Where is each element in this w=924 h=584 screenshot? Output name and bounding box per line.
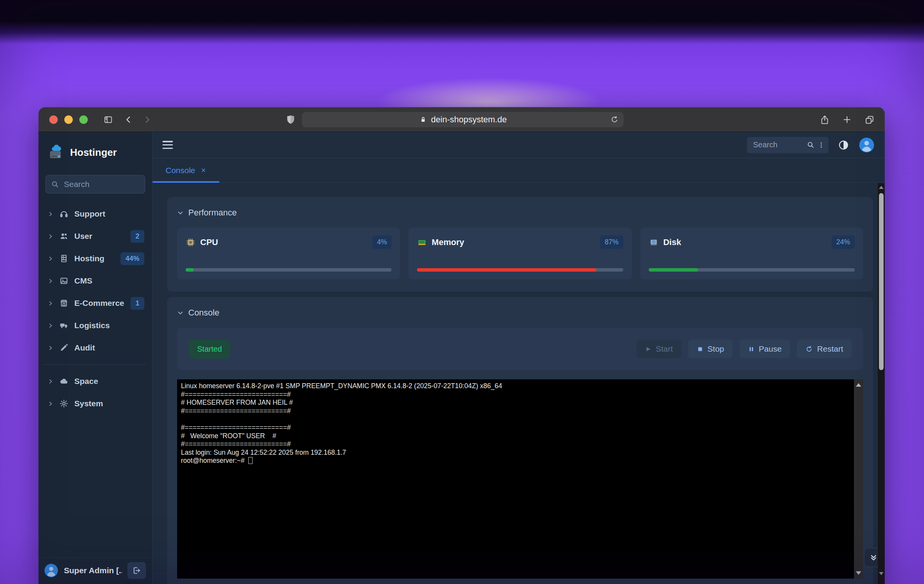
scroll-down-arrow-icon[interactable] (879, 572, 884, 575)
sidebar-item-logistics[interactable]: Logistics (38, 314, 152, 337)
memory-progress-fill (417, 268, 596, 272)
memory-ram-icon (417, 237, 427, 247)
disk-card: Disk 24% (640, 228, 863, 279)
sidebar-item-label: Logistics (74, 321, 144, 330)
chevron-right-icon (48, 345, 54, 351)
chevron-right-icon (48, 401, 54, 407)
sidebar-item-cms[interactable]: CMS (38, 270, 152, 292)
pause-button[interactable]: Pause (740, 340, 790, 358)
ecommerce-count-badge: 1 (131, 297, 144, 310)
refresh-icon[interactable] (610, 115, 619, 124)
sidebar-item-hosting[interactable]: Hosting 44% (38, 247, 152, 270)
browser-chrome: dein-shopsystem.de (38, 107, 885, 132)
stop-button[interactable]: Stop (688, 340, 733, 358)
new-tab-icon[interactable] (842, 115, 852, 125)
sidebar-item-support[interactable]: Support (38, 203, 152, 225)
page-scrollbar[interactable] (878, 183, 885, 584)
avatar[interactable] (859, 137, 875, 153)
sidebar-item-space[interactable]: Space (38, 370, 152, 392)
cloud-icon (59, 377, 69, 386)
tab-overview-icon[interactable] (864, 115, 875, 125)
close-window-button[interactable] (49, 115, 58, 124)
performance-panel: Performance CPU 4% (167, 197, 873, 292)
header-search-input[interactable] (752, 140, 803, 150)
pause-button-label: Pause (759, 344, 782, 354)
sidebar-item-label: Space (74, 377, 144, 386)
tab-console[interactable]: Console (152, 158, 219, 182)
sidebar-item-label: E-Commerce (74, 299, 125, 308)
lock-icon (419, 115, 427, 124)
disk-progress-fill (649, 268, 698, 272)
chevron-down-icon (177, 310, 184, 316)
terminal-line (181, 415, 850, 424)
terminal[interactable]: Linux homeserver 6.14.8-2-pve #1 SMP PRE… (177, 379, 863, 579)
terminal-line: Linux homeserver 6.14.8-2-pve #1 SMP PRE… (181, 382, 850, 390)
forward-icon[interactable] (142, 115, 152, 124)
sidebar-toggle-icon[interactable] (103, 115, 113, 125)
search-icon[interactable] (807, 141, 815, 149)
performance-header[interactable]: Performance (177, 197, 863, 218)
close-icon[interactable] (201, 167, 206, 173)
zoom-window-button[interactable] (79, 115, 88, 124)
console-toolbar: Started Start Stop (177, 328, 863, 370)
terminal-scrollbar[interactable] (854, 379, 863, 579)
console-title: Console (188, 308, 219, 318)
tab-bar: Console (152, 158, 885, 183)
sidebar-item-ecommerce[interactable]: E-Commerce 1 (38, 292, 152, 314)
disk-label: Disk (663, 237, 827, 247)
terminal-line: # Welcome "ROOT" USER # (181, 432, 850, 441)
brand-name: Hostinger (70, 147, 117, 159)
scroll-up-arrow-icon[interactable] (856, 383, 861, 387)
logout-button[interactable] (127, 562, 146, 579)
scroll-down-arrow-icon[interactable] (856, 571, 861, 575)
header-search[interactable] (747, 137, 829, 153)
cpu-progress-bar (186, 268, 392, 272)
scroll-up-arrow-icon[interactable] (879, 186, 884, 189)
hostinger-logo-icon (48, 144, 64, 160)
start-button[interactable]: Start (636, 340, 681, 358)
sidebar-item-label: Audit (74, 343, 144, 352)
sidebar-item-user[interactable]: User 2 (38, 225, 152, 247)
privacy-shield-icon[interactable] (285, 113, 296, 126)
status-badge: Started (189, 340, 230, 359)
chevron-right-icon (48, 211, 54, 217)
hamburger-menu-icon[interactable] (162, 141, 173, 149)
sidebar-item-label: System (74, 399, 144, 408)
sidebar-user-row: Super Admin [... (38, 557, 152, 583)
cpu-label: CPU (200, 237, 368, 247)
users-icon (59, 232, 69, 241)
console-panel: Console Started Start (167, 297, 873, 584)
theme-toggle-icon[interactable] (838, 139, 849, 151)
restart-button[interactable]: Restart (797, 340, 852, 358)
brand: Hostinger (38, 132, 152, 160)
chevron-right-icon (48, 323, 54, 329)
user-count-badge: 2 (131, 230, 144, 243)
scrollbar-thumb[interactable] (879, 193, 884, 370)
sidebar-item-label: CMS (74, 276, 144, 285)
chevron-right-icon (48, 256, 54, 262)
back-icon[interactable] (124, 115, 133, 124)
memory-card: Memory 87% (408, 228, 631, 279)
pencil-icon (59, 343, 69, 352)
terminal-cursor (248, 457, 253, 464)
url-text: dein-shopsystem.de (431, 115, 507, 125)
chevron-right-icon (48, 234, 54, 239)
url-bar[interactable]: dein-shopsystem.de (302, 112, 624, 127)
sidebar-search[interactable] (45, 175, 145, 194)
terminal-line: #==========================# (181, 440, 850, 449)
terminal-line: #==========================# (181, 390, 850, 399)
search-icon (51, 180, 59, 189)
share-icon[interactable] (820, 114, 830, 125)
minimize-window-button[interactable] (64, 115, 73, 124)
sidebar-search-input[interactable] (63, 179, 140, 189)
avatar[interactable] (44, 563, 59, 578)
sidebar-item-system[interactable]: System (38, 392, 152, 415)
console-header[interactable]: Console (177, 297, 863, 318)
hosting-usage-badge: 44% (121, 252, 144, 265)
stop-icon (697, 346, 703, 352)
terminal-prompt: root@homeserver:~# (181, 457, 244, 464)
kebab-menu-icon[interactable] (818, 141, 825, 149)
disk-progress-bar (649, 268, 855, 272)
performance-title: Performance (188, 208, 237, 218)
sidebar-item-audit[interactable]: Audit (38, 337, 152, 359)
